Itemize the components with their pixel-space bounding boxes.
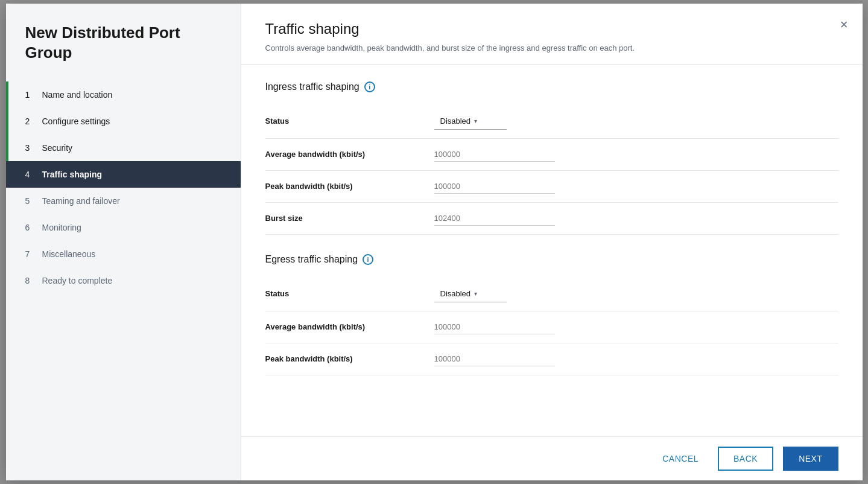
egress-avg-row: Average bandwidth (kbit/s) bbox=[265, 311, 838, 343]
ingress-avg-label: Average bandwidth (kbit/s) bbox=[265, 150, 434, 159]
ingress-avg-row: Average bandwidth (kbit/s) bbox=[265, 139, 838, 171]
step-list: 1 Name and location 2 Configure settings… bbox=[6, 81, 241, 294]
step-3-number: 3 bbox=[25, 143, 35, 153]
step-4-number: 4 bbox=[25, 170, 35, 179]
step-2-number: 2 bbox=[25, 116, 35, 126]
ingress-status-control: Disabled ▾ bbox=[434, 113, 838, 130]
egress-status-dropdown[interactable]: Disabled ▾ bbox=[434, 285, 507, 302]
ingress-avg-input[interactable] bbox=[434, 147, 555, 162]
egress-peak-label: Peak bandwidth (kbit/s) bbox=[265, 354, 434, 363]
step-5[interactable]: 5 Teaming and failover bbox=[6, 188, 241, 214]
modal-dialog: New Distributed Port Group 1 Name and lo… bbox=[6, 4, 863, 480]
egress-status-label: Status bbox=[265, 289, 434, 298]
step-8[interactable]: 8 Ready to complete bbox=[6, 267, 241, 294]
ingress-section: Ingress traffic shaping i Status Disable… bbox=[265, 81, 838, 235]
modal-overlay: New Distributed Port Group 1 Name and lo… bbox=[0, 0, 868, 484]
ingress-burst-input[interactable] bbox=[434, 211, 555, 226]
egress-avg-label: Average bandwidth (kbit/s) bbox=[265, 322, 434, 331]
egress-avg-input[interactable] bbox=[434, 320, 555, 334]
modal-footer: CANCEL BACK NEXT bbox=[241, 436, 863, 480]
ingress-burst-row: Burst size bbox=[265, 203, 838, 235]
step-7-number: 7 bbox=[25, 249, 35, 259]
ingress-status-dropdown[interactable]: Disabled ▾ bbox=[434, 113, 507, 130]
egress-peak-input[interactable] bbox=[434, 352, 555, 366]
egress-avg-control bbox=[434, 320, 838, 334]
back-button[interactable]: BACK bbox=[718, 447, 773, 471]
egress-section: Egress traffic shaping i Status Disabled… bbox=[265, 254, 838, 375]
step-5-label: Teaming and failover bbox=[42, 196, 120, 206]
ingress-burst-control bbox=[434, 211, 838, 226]
step-8-number: 8 bbox=[25, 276, 35, 285]
step-4-label: Traffic shaping bbox=[42, 170, 103, 179]
step-6[interactable]: 6 Monitoring bbox=[6, 214, 241, 241]
step-6-label: Monitoring bbox=[42, 223, 81, 232]
page-subtitle: Controls average bandwidth, peak bandwid… bbox=[265, 42, 838, 54]
main-panel: Traffic shaping Controls average bandwid… bbox=[241, 4, 863, 480]
ingress-section-title: Ingress traffic shaping i bbox=[265, 81, 838, 92]
step-3[interactable]: 3 Security bbox=[6, 135, 241, 161]
egress-status-control: Disabled ▾ bbox=[434, 285, 838, 302]
egress-peak-row: Peak bandwidth (kbit/s) bbox=[265, 343, 838, 375]
wizard-title: New Distributed Port Group bbox=[6, 23, 241, 81]
step-1-label: Name and location bbox=[42, 90, 113, 100]
sidebar: New Distributed Port Group 1 Name and lo… bbox=[6, 4, 241, 480]
step-7-label: Miscellaneous bbox=[42, 249, 96, 259]
content-header: Traffic shaping Controls average bandwid… bbox=[241, 4, 863, 65]
step-6-number: 6 bbox=[25, 223, 35, 232]
ingress-burst-label: Burst size bbox=[265, 214, 434, 223]
step-3-label: Security bbox=[42, 143, 73, 153]
step-2[interactable]: 2 Configure settings bbox=[6, 108, 241, 135]
step-8-label: Ready to complete bbox=[42, 276, 113, 285]
egress-status-row: Status Disabled ▾ bbox=[265, 277, 838, 311]
ingress-title-text: Ingress traffic shaping bbox=[265, 81, 360, 92]
egress-info-icon[interactable]: i bbox=[363, 254, 373, 265]
step-1[interactable]: 1 Name and location bbox=[6, 81, 241, 108]
step-5-number: 5 bbox=[25, 196, 35, 206]
content-body: Ingress traffic shaping i Status Disable… bbox=[241, 65, 863, 437]
ingress-info-icon[interactable]: i bbox=[364, 81, 375, 92]
ingress-status-row: Status Disabled ▾ bbox=[265, 104, 838, 139]
ingress-status-label: Status bbox=[265, 116, 434, 126]
egress-status-value: Disabled bbox=[440, 289, 471, 298]
step-7[interactable]: 7 Miscellaneous bbox=[6, 241, 241, 267]
step-2-label: Configure settings bbox=[42, 116, 110, 126]
step-4[interactable]: 4 Traffic shaping bbox=[6, 161, 241, 188]
ingress-peak-control bbox=[434, 179, 838, 194]
next-button[interactable]: NEXT bbox=[783, 447, 838, 471]
close-button[interactable]: × bbox=[840, 18, 848, 31]
egress-status-chevron-down-icon: ▾ bbox=[474, 290, 477, 297]
ingress-peak-row: Peak bandwidth (kbit/s) bbox=[265, 171, 838, 203]
ingress-peak-input[interactable] bbox=[434, 179, 555, 194]
egress-peak-control bbox=[434, 352, 838, 366]
page-title: Traffic shaping bbox=[265, 21, 838, 37]
egress-section-title: Egress traffic shaping i bbox=[265, 254, 838, 265]
ingress-status-chevron-down-icon: ▾ bbox=[474, 118, 477, 124]
egress-title-text: Egress traffic shaping bbox=[265, 254, 358, 265]
ingress-status-value: Disabled bbox=[440, 116, 471, 126]
ingress-avg-control bbox=[434, 147, 838, 162]
cancel-button[interactable]: CANCEL bbox=[653, 448, 708, 470]
step-1-number: 1 bbox=[25, 90, 35, 100]
ingress-peak-label: Peak bandwidth (kbit/s) bbox=[265, 182, 434, 191]
